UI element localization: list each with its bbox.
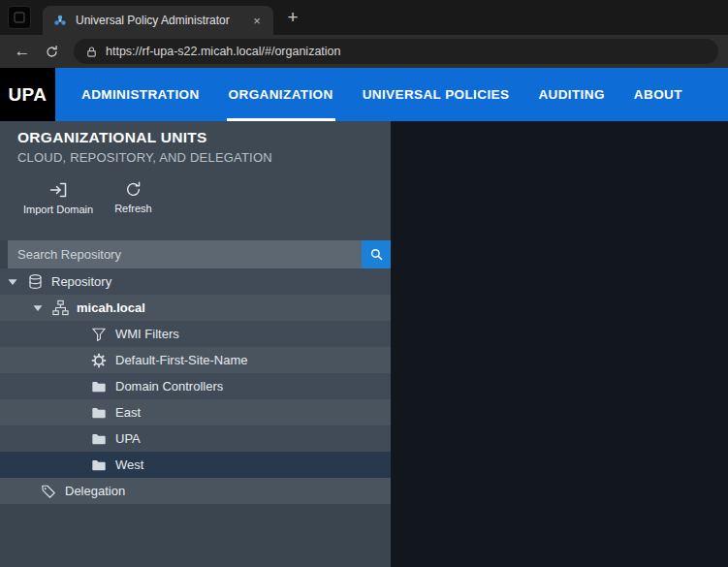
folder-icon bbox=[89, 456, 109, 475]
expand-caret-icon[interactable] bbox=[25, 304, 50, 312]
tab-close-button[interactable]: × bbox=[248, 12, 266, 29]
url-text: https://rf-upa-s22.micah.local/#/organiz… bbox=[106, 45, 341, 58]
tree-item-wmi-filters[interactable]: WMI Filters bbox=[0, 321, 391, 347]
nav-item-administration[interactable]: ADMINISTRATION bbox=[67, 68, 214, 121]
tree-item-default-first-site-name[interactable]: Default-First-Site-Name bbox=[0, 347, 391, 373]
tree-item-delegation[interactable]: Delegation bbox=[0, 478, 391, 504]
import-domain-label: Import Domain bbox=[23, 204, 93, 215]
browser-tab[interactable]: Universal Policy Administrator × bbox=[43, 6, 273, 35]
nav-item-auditing[interactable]: AUDITING bbox=[523, 68, 618, 121]
tree-empty-space bbox=[0, 504, 391, 567]
tree-item-repository[interactable]: Repository bbox=[0, 268, 391, 295]
panel-subtitle: CLOUD, REPOSITORY, AND DELEGATION bbox=[17, 150, 391, 165]
browser-tab-strip: Universal Policy Administrator × + bbox=[0, 0, 728, 35]
refresh-tree-button[interactable]: Refresh bbox=[109, 180, 158, 215]
nav-item-universal-policies[interactable]: UNIVERSAL POLICIES bbox=[348, 68, 524, 121]
lock-icon[interactable] bbox=[85, 46, 98, 58]
tab-title: Universal Policy Administrator bbox=[76, 14, 240, 27]
tree-item-east[interactable]: East bbox=[0, 399, 391, 425]
nav-items: ADMINISTRATION ORGANIZATION UNIVERSAL PO… bbox=[67, 68, 697, 121]
url-bar[interactable]: https://rf-upa-s22.micah.local/#/organiz… bbox=[74, 39, 718, 64]
nav-item-about[interactable]: ABOUT bbox=[619, 68, 697, 121]
tree-item-upa[interactable]: UPA bbox=[0, 425, 391, 452]
browser-address-bar: ← https://rf-upa-s22.micah.local/#/organ… bbox=[0, 35, 728, 68]
search-button[interactable] bbox=[362, 240, 391, 268]
browser-app-button[interactable] bbox=[8, 6, 31, 29]
domain-icon bbox=[50, 299, 70, 318]
import-icon bbox=[48, 180, 68, 200]
refresh-label: Refresh bbox=[114, 203, 152, 214]
filter-icon bbox=[89, 325, 109, 344]
tree-item-domain-controllers[interactable]: Domain Controllers bbox=[0, 373, 391, 399]
folder-icon bbox=[89, 377, 109, 396]
search-row bbox=[0, 240, 391, 268]
expand-caret-icon[interactable] bbox=[0, 278, 25, 286]
repository-tree: Repository micah.local bbox=[0, 268, 391, 567]
refresh-icon bbox=[124, 180, 142, 199]
favicon bbox=[52, 13, 68, 28]
folder-icon bbox=[89, 403, 109, 423]
database-icon bbox=[25, 272, 45, 292]
new-tab-button[interactable]: + bbox=[279, 7, 306, 28]
app-nav-bar: UPA ADMINISTRATION ORGANIZATION UNIVERSA… bbox=[0, 68, 728, 121]
search-input[interactable] bbox=[8, 240, 362, 268]
main-content-area bbox=[391, 121, 728, 567]
refresh-icon bbox=[45, 45, 59, 59]
content-area: ORGANIZATIONAL UNITS CLOUD, REPOSITORY, … bbox=[0, 121, 728, 567]
folder-icon bbox=[89, 429, 109, 449]
gear-icon bbox=[89, 351, 109, 370]
sidebar-header: ORGANIZATIONAL UNITS CLOUD, REPOSITORY, … bbox=[0, 121, 391, 240]
import-domain-button[interactable]: Import Domain bbox=[17, 180, 99, 215]
nav-item-organization[interactable]: ORGANIZATION bbox=[214, 68, 348, 121]
tree-item-micah-local[interactable]: micah.local bbox=[0, 295, 391, 321]
refresh-button[interactable] bbox=[39, 45, 64, 59]
search-icon bbox=[369, 247, 384, 262]
organizational-units-panel: ORGANIZATIONAL UNITS CLOUD, REPOSITORY, … bbox=[0, 121, 391, 567]
tree-item-west[interactable]: West bbox=[0, 452, 391, 478]
back-button[interactable]: ← bbox=[10, 42, 35, 61]
panel-toolbar: Import Domain Refresh bbox=[17, 180, 391, 215]
window-icon bbox=[14, 12, 25, 23]
app-logo: UPA bbox=[0, 68, 55, 121]
panel-title: ORGANIZATIONAL UNITS bbox=[17, 129, 391, 146]
tag-icon bbox=[39, 482, 58, 501]
